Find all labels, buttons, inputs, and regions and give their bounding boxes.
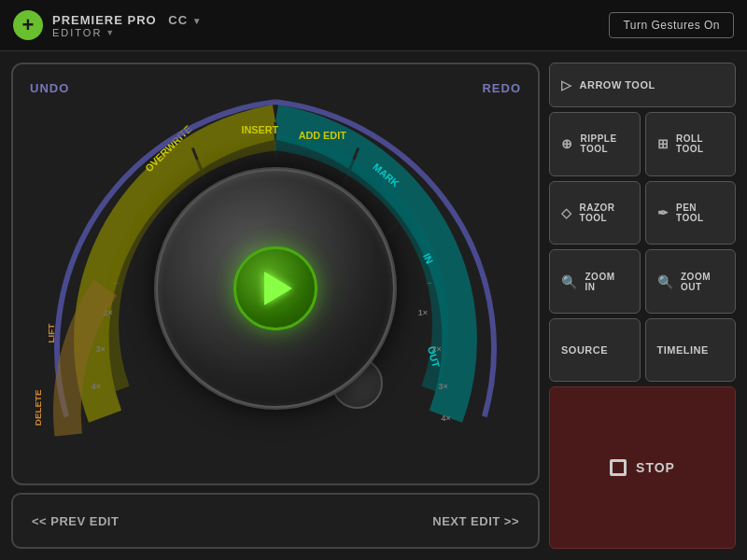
pen-icon: ✒ — [657, 205, 669, 220]
zoom-out-label: ZOOMOUT — [681, 272, 711, 292]
roll-tool-button[interactable]: ⊞ ROLLTOOL — [645, 112, 737, 176]
roll-icon: ⊞ — [657, 136, 669, 151]
source-button[interactable]: SOURCE — [549, 318, 641, 383]
app-title-group: PREMIERE PRO CC ▼ EDITOR ▼ — [52, 13, 203, 38]
svg-text:2×: 2× — [432, 344, 442, 354]
play-icon — [264, 272, 292, 305]
svg-text:→: → — [425, 278, 433, 287]
main-content: UNDO REDO OVERWRITE INSE — [0, 51, 747, 560]
stop-label: STOP — [636, 460, 675, 475]
arrow-tool-button[interactable]: ▷ ARROW TOOL — [549, 63, 736, 107]
svg-text:4×: 4× — [441, 413, 450, 423]
svg-text:3×: 3× — [439, 382, 448, 391]
stop-icon — [610, 459, 627, 476]
next-edit-button[interactable]: NEXT EDIT >> — [432, 514, 519, 528]
svg-text:DELETE: DELETE — [33, 389, 43, 426]
svg-text:←: ← — [112, 278, 120, 287]
zoom-out-button[interactable]: 🔍 ZOOMOUT — [645, 249, 737, 314]
svg-text:INSERT: INSERT — [242, 124, 279, 135]
svg-text:LIFT: LIFT — [46, 324, 56, 343]
arrow-tool-label: ARROW TOOL — [580, 79, 655, 91]
pen-tool-button[interactable]: ✒ PENTOOL — [645, 181, 737, 245]
arrow-icon: ▷ — [561, 77, 572, 92]
timeline-label: TIMELINE — [657, 344, 709, 356]
zoom-in-icon: 🔍 — [561, 274, 578, 289]
play-button[interactable] — [233, 246, 317, 330]
svg-text:4×: 4× — [92, 382, 101, 391]
pen-tool-label: PENTOOL — [676, 203, 704, 223]
svg-text:3×: 3× — [96, 344, 106, 354]
razor-pen-row: ◇ RAZORTOOL ✒ PENTOOL — [549, 181, 736, 245]
app-subtitle: EDITOR ▼ — [52, 27, 203, 38]
timeline-button[interactable]: TIMELINE — [645, 318, 737, 383]
zoom-in-button[interactable]: 🔍 ZOOMIN — [549, 249, 641, 314]
zoom-out-icon: 🔍 — [657, 274, 674, 289]
ripple-icon: ⊕ — [561, 136, 573, 151]
prev-edit-button[interactable]: << PREV EDIT — [32, 514, 119, 528]
app-name: PREMIERE PRO CC ▼ — [52, 13, 203, 27]
zoom-row: 🔍 ZOOMIN 🔍 ZOOMOUT — [549, 249, 736, 314]
razor-tool-label: RAZORTOOL — [580, 203, 615, 223]
stop-button[interactable]: STOP — [549, 386, 736, 549]
ripple-tool-button[interactable]: ⊕ RIPPLETOOL — [549, 112, 641, 176]
source-timeline-row: SOURCE TIMELINE — [549, 318, 736, 383]
svg-text:ADD EDIT: ADD EDIT — [299, 130, 347, 141]
left-panel: UNDO REDO OVERWRITE INSE — [11, 63, 540, 549]
razor-icon: ◇ — [561, 205, 572, 220]
gesture-toggle-button[interactable]: Turn Gestures On — [609, 12, 734, 38]
zoom-in-label: ZOOMIN — [585, 272, 615, 292]
tools-panel: ▷ ARROW TOOL ⊕ RIPPLETOOL ⊞ ROLLTOOL ◇ R… — [549, 63, 736, 549]
roll-tool-label: ROLLTOOL — [676, 133, 704, 154]
ripple-tool-label: RIPPLETOOL — [581, 133, 617, 154]
source-label: SOURCE — [561, 344, 608, 356]
ripple-roll-row: ⊕ RIPPLETOOL ⊞ ROLLTOOL — [549, 112, 736, 176]
transport-nav: << PREV EDIT NEXT EDIT >> — [11, 493, 540, 549]
app-header: PREMIERE PRO CC ▼ EDITOR ▼ Turn Gestures… — [0, 0, 747, 51]
svg-text:1×: 1× — [418, 308, 428, 317]
app-logo — [13, 10, 43, 40]
jog-wheel-container: UNDO REDO OVERWRITE INSE — [11, 63, 540, 485]
razor-tool-button[interactable]: ◇ RAZORTOOL — [549, 181, 641, 245]
jog-wheel[interactable] — [154, 167, 397, 410]
